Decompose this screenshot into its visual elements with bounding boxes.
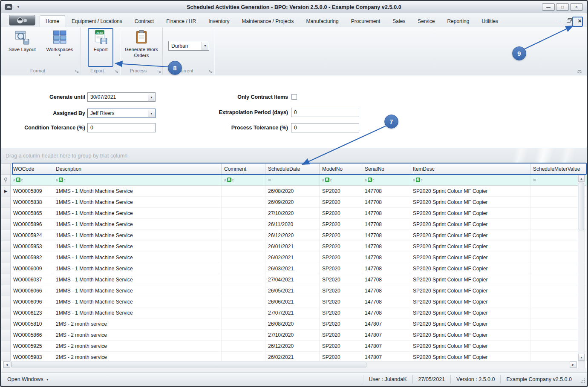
cell-description[interactable]: 1MMS - 1 Month Machine Service (53, 263, 222, 274)
cell-scheduledate[interactable]: 26/12/2020 (265, 341, 320, 352)
cell-wocode[interactable]: WO0005924 (11, 230, 53, 241)
cell-wocode[interactable]: WO0005982 (11, 252, 53, 263)
cell-comment[interactable] (222, 285, 265, 296)
cell-modelno[interactable]: SP2020 (320, 341, 362, 352)
cell-wocode[interactable]: WO0005983 (11, 352, 53, 361)
ribbon-tab-inventory[interactable]: Inventory (202, 15, 235, 27)
cell-scheduledate[interactable]: 27/04/2021 (265, 274, 320, 285)
horizontal-scroll-thumb[interactable] (11, 362, 366, 367)
cell-modelno[interactable]: SP2020 (320, 230, 362, 241)
mdi-minimize-icon[interactable]: — (556, 18, 561, 23)
table-row[interactable]: WO00058961MMS - 1 Month Machine Service2… (1, 219, 587, 230)
ribbon-tab-sales[interactable]: Sales (386, 15, 411, 27)
cell-scheduledate[interactable]: 27/10/2020 (265, 330, 320, 341)
column-header-itemdesc[interactable]: ItemDesc (410, 163, 530, 175)
cell-serialno[interactable]: 147708 (362, 296, 410, 307)
column-header-scheduledate[interactable]: ScheduleDate (265, 163, 320, 175)
cell-wocode[interactable]: WO0005896 (11, 219, 53, 230)
cell-scheduledate[interactable]: 26/01/2021 (265, 241, 320, 252)
cell-wocode[interactable]: WO0005810 (11, 318, 53, 330)
cell-itemdesc[interactable]: SP2020 Sprint Colour MF Copier (410, 252, 530, 263)
cell-itemdesc[interactable]: SP2020 Sprint Colour MF Copier (410, 208, 530, 219)
cell-description[interactable]: 1MMS - 1 Month Machine Service (53, 307, 222, 318)
cell-description[interactable]: 1MMS - 1 Month Machine Service (53, 296, 222, 307)
cell-itemdesc[interactable]: SP2020 Sprint Colour MF Copier (410, 285, 530, 296)
condition-tolerance-input[interactable] (87, 123, 156, 132)
cell-wocode[interactable]: WO0006123 (11, 307, 53, 318)
cell-wocode[interactable]: WO0005925 (11, 341, 53, 352)
table-row[interactable]: WO00058381MMS - 1 Month Machine Service2… (1, 197, 587, 208)
filter-cell-modelno[interactable]: aBc (320, 175, 362, 186)
cell-itemdesc[interactable]: SP2020 Sprint Colour MF Copier (410, 352, 530, 361)
cell-serialno[interactable]: 147708 (362, 285, 410, 296)
cell-description[interactable]: 1MMS - 1 Month Machine Service (53, 274, 222, 285)
table-row[interactable]: WO00059241MMS - 1 Month Machine Service2… (1, 230, 587, 241)
generate-until-dropdown-icon[interactable]: ▼ (148, 93, 155, 101)
table-row[interactable]: WO00059821MMS - 1 Month Machine Service2… (1, 252, 587, 263)
process-tolerance-input[interactable] (291, 123, 359, 132)
cell-modelno[interactable]: SP2020 (320, 274, 362, 285)
cell-description[interactable]: 1MMS - 1 Month Machine Service (53, 230, 222, 241)
cell-description[interactable]: 1MMS - 1 Month Machine Service (53, 219, 222, 230)
cell-scheduledate[interactable]: 26/06/2021 (265, 296, 320, 307)
collapse-ribbon-icon[interactable] (576, 69, 582, 74)
extrapolation-period-input[interactable] (291, 108, 359, 117)
cell-comment[interactable] (222, 252, 265, 263)
cell-wocode[interactable]: WO0005865 (11, 208, 53, 219)
table-row[interactable]: WO00058102MS - 2 month service26/08/2020… (1, 318, 587, 330)
ribbon-tab-service[interactable]: Service (412, 15, 441, 27)
cell-modelno[interactable]: SP2020 (320, 307, 362, 318)
cell-modelno[interactable]: SP2020 (320, 330, 362, 341)
cell-modelno[interactable]: SP2020 (320, 252, 362, 263)
cell-serialno[interactable]: 147807 (362, 341, 410, 352)
column-header-wocode[interactable]: WOCode (11, 163, 53, 175)
cell-serialno[interactable]: 147708 (362, 307, 410, 318)
cell-description[interactable]: 1MMS - 1 Month Machine Service (53, 252, 222, 263)
ribbon-tab-reporting[interactable]: Reporting (441, 15, 475, 27)
format-dialog-launcher-icon[interactable] (75, 69, 79, 73)
cell-itemdesc[interactable]: SP2020 Sprint Colour MF Copier (410, 219, 530, 230)
table-row[interactable]: WO00060091MMS - 1 Month Machine Service2… (1, 263, 587, 274)
cell-modelno[interactable]: SP2020 (320, 219, 362, 230)
cell-itemdesc[interactable]: SP2020 Sprint Colour MF Copier (410, 263, 530, 274)
cell-scheduledate[interactable]: 27/10/2020 (265, 208, 320, 219)
open-windows-button[interactable]: Open Windows ▼ (7, 376, 49, 382)
cell-wocode[interactable]: WO0006066 (11, 285, 53, 296)
cell-itemdesc[interactable]: SP2020 Sprint Colour MF Copier (410, 230, 530, 241)
application-button[interactable] (9, 15, 35, 26)
ribbon-tab-contract[interactable]: Contract (129, 15, 160, 27)
filter-cell-serialno[interactable]: aBc (362, 175, 410, 186)
ribbon-tab-finance-hr[interactable]: Finance / HR (160, 15, 202, 27)
generate-work-orders-button[interactable]: Generate Work Orders (123, 29, 160, 59)
resize-grip-icon[interactable] (580, 378, 585, 384)
cell-scheduledate[interactable]: 27/07/2021 (265, 307, 320, 318)
cell-description[interactable]: 2MS - 2 month service (53, 352, 222, 361)
cell-description[interactable]: 2MS - 2 month service (53, 318, 222, 330)
cell-serialno[interactable]: 147708 (362, 186, 410, 197)
table-row[interactable]: WO00059832MS - 2 month service26/02/2021… (1, 352, 587, 361)
cell-modelno[interactable]: SP2020 (320, 318, 362, 330)
cell-modelno[interactable]: SP2020 (320, 208, 362, 219)
cell-serialno[interactable]: 147708 (362, 241, 410, 252)
ribbon-tab-maintenance-projects[interactable]: Maintenance / Projects (236, 15, 300, 27)
cell-itemdesc[interactable]: SP2020 Sprint Colour MF Copier (410, 318, 530, 330)
current-dialog-launcher-icon[interactable] (209, 69, 213, 73)
cell-serialno[interactable]: 147708 (362, 208, 410, 219)
cell-modelno[interactable]: SP2020 (320, 186, 362, 197)
site-selector-combo[interactable]: Durban ▼ (168, 41, 209, 51)
cell-description[interactable]: 1MMS - 1 Month Machine Service (53, 208, 222, 219)
cell-serialno[interactable]: 147807 (362, 352, 410, 361)
vertical-scrollbar[interactable]: ▲ ▼ (578, 175, 585, 361)
cell-description[interactable]: 1MMS - 1 Month Machine Service (53, 241, 222, 252)
filter-cell-wocode[interactable]: aBc (11, 175, 53, 186)
maximize-button[interactable]: □ (556, 3, 569, 11)
cell-serialno[interactable]: 147807 (362, 330, 410, 341)
cell-serialno[interactable]: 147708 (362, 219, 410, 230)
cell-comment[interactable] (222, 296, 265, 307)
cell-itemdesc[interactable]: SP2020 Sprint Colour MF Copier (410, 341, 530, 352)
table-row[interactable]: WO00060371MMS - 1 Month Machine Service2… (1, 274, 587, 285)
cell-comment[interactable] (222, 341, 265, 352)
table-row[interactable]: ▶WO00058091MMS - 1 Month Machine Service… (1, 186, 587, 197)
cell-comment[interactable] (222, 318, 265, 330)
cell-wocode[interactable]: WO0006096 (11, 296, 53, 307)
